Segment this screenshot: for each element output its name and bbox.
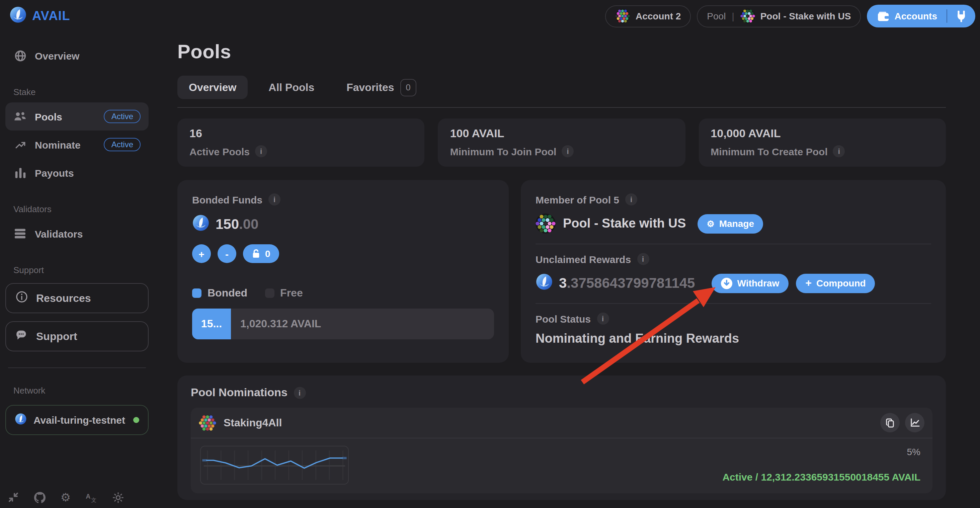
resources-label: Resources (36, 292, 91, 304)
sidebar-item-overview[interactable]: Overview (5, 41, 149, 70)
info-icon[interactable] (255, 146, 267, 158)
tab-overview[interactable]: Overview (177, 76, 248, 99)
pool-switcher-button[interactable]: Pool | Pool - Stake with US (697, 5, 861, 27)
info-circle-icon (15, 291, 28, 306)
nominate-active-badge: Active (104, 138, 141, 151)
info-icon[interactable] (597, 313, 609, 325)
network-name: Avail-turing-testnet (33, 414, 125, 425)
stat-label: Active Pools (189, 146, 250, 157)
sidebar-item-nominate[interactable]: Nominate Active (5, 130, 149, 159)
svg-text:文: 文 (91, 497, 96, 503)
brand[interactable]: AVAIL (10, 6, 70, 26)
language-icon[interactable]: A 文 (85, 491, 99, 504)
pool-nominations-card: Pool Nominations Staking4All (177, 376, 946, 500)
accounts-button[interactable]: Accounts (867, 5, 947, 27)
withdraw-button[interactable]: Withdraw (711, 274, 789, 293)
account-switcher-button[interactable]: Account 2 (606, 5, 691, 27)
info-icon[interactable] (833, 146, 845, 158)
bar-bonded-segment[interactable]: 15... (192, 309, 231, 340)
pool-identicon (740, 9, 755, 24)
reward-amount-decimals: .3758643799781145 (566, 275, 695, 291)
sidebar-label: Validators (35, 228, 83, 239)
nomination-item: Staking4All (191, 408, 932, 494)
free-swatch (265, 289, 274, 298)
tabs-divider (177, 108, 946, 108)
era-points-sparkline (200, 446, 349, 485)
globe-icon (13, 49, 27, 62)
sidebar-item-payouts[interactable]: Payouts (5, 159, 149, 187)
pill-divider: | (732, 11, 734, 21)
stat-card-min-join: 100 AVAIL Minimum To Join Pool (438, 119, 686, 167)
section-label-network: Network (5, 386, 149, 395)
stats-row: 16 Active Pools 100 AVAIL Minimum To Joi… (177, 119, 946, 167)
favorites-count-badge: 0 (400, 79, 416, 96)
sidebar-footer: ⚙ A 文 (7, 491, 124, 504)
sidebar-item-pools[interactable]: Pools Active (5, 102, 149, 130)
trending-up-icon (13, 139, 27, 150)
info-icon[interactable] (637, 253, 649, 265)
pool-status-value: Nominating and Earning Rewards (536, 332, 931, 346)
card-divider (536, 303, 931, 304)
info-icon[interactable] (625, 194, 637, 206)
plus-icon (805, 278, 811, 289)
validator-identicon (199, 414, 216, 432)
sidebar-label: Payouts (35, 167, 74, 178)
bond-remove-button[interactable]: - (218, 244, 236, 264)
tab-label: Overview (189, 82, 236, 94)
avail-logo-icon (10, 6, 27, 26)
sidebar-resources-button[interactable]: Resources (5, 283, 149, 313)
info-icon[interactable] (562, 146, 574, 158)
commission-value: 5% (907, 447, 920, 457)
info-icon[interactable] (294, 387, 305, 399)
server-stack-icon (13, 228, 27, 239)
section-label-support: Support (5, 265, 149, 275)
collapse-icon[interactable] (7, 491, 20, 504)
metrics-chart-button[interactable] (905, 413, 924, 433)
copy-address-button[interactable] (880, 413, 900, 433)
section-label-stake: Stake (5, 87, 149, 97)
bond-add-button[interactable]: + (192, 244, 211, 264)
unlocks-button[interactable]: 0 (243, 244, 279, 264)
pool-nominations-title: Pool Nominations (191, 387, 288, 400)
svg-text:A: A (86, 493, 91, 500)
unlock-count: 0 (265, 249, 270, 259)
tab-favorites[interactable]: Favorites 0 (335, 76, 427, 99)
compound-button[interactable]: Compound (796, 274, 875, 293)
github-icon[interactable] (33, 491, 46, 504)
sidebar-support-button[interactable]: Support (5, 321, 149, 351)
tab-all-pools[interactable]: All Pools (257, 76, 326, 99)
brand-name: AVAIL (32, 9, 70, 24)
member-pool-card: Member of Pool 5 Pool - Stake with US ⚙ … (521, 180, 946, 363)
info-icon[interactable] (269, 194, 280, 206)
sidebar-divider (8, 367, 146, 368)
pools-active-badge: Active (104, 110, 141, 123)
copy-icon (886, 418, 894, 428)
gear-icon[interactable]: ⚙ (59, 491, 72, 504)
pool-status-title: Pool Status (536, 313, 591, 325)
account-label: Account 2 (636, 11, 681, 21)
pool-name-label: Pool - Stake with US (760, 11, 851, 21)
stat-label: Minimum To Join Pool (450, 146, 557, 157)
stat-card-min-create: 10,000 AVAIL Minimum To Create Pool (698, 119, 946, 167)
network-selector[interactable]: Avail-turing-testnet (5, 405, 149, 435)
stat-label: Minimum To Create Pool (711, 146, 827, 157)
withdraw-arrow-icon (721, 278, 732, 289)
support-label: Support (36, 330, 77, 342)
section-label-validators: Validators (5, 204, 149, 214)
main-content: Pools Overview All Pools Favorites 0 16 (154, 32, 980, 500)
bonded-funds-title: Bonded Funds (192, 194, 262, 205)
theme-sun-icon[interactable] (111, 491, 124, 504)
bar-free-segment[interactable]: 1,020.312 AVAIL (231, 309, 494, 340)
connect-plug-button[interactable] (947, 5, 975, 27)
bonded-amount: 150 (216, 216, 239, 232)
stat-value: 10,000 AVAIL (711, 127, 934, 141)
sidebar-item-validators[interactable]: Validators (5, 219, 149, 248)
sidebar-label: Nominate (35, 139, 81, 150)
unlock-icon (252, 249, 260, 259)
chat-icon (15, 329, 28, 344)
manage-button[interactable]: ⚙ Manage (697, 214, 764, 233)
header-actions: Account 2 Pool | Pool - Stake with US Ac… (606, 5, 975, 27)
pool-prefix-label: Pool (707, 11, 725, 21)
page-body: Overview Stake Pools Active (0, 32, 980, 508)
stat-card-active-pools: 16 Active Pools (177, 119, 425, 167)
